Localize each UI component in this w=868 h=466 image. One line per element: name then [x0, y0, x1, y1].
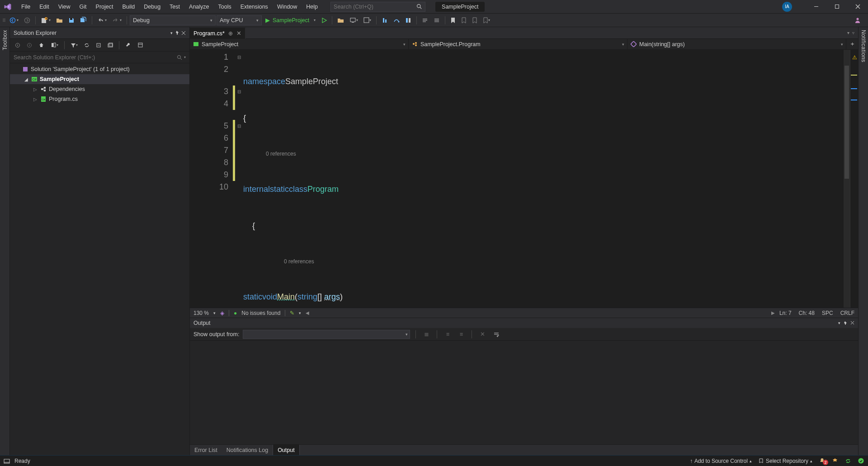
- window-minimize-button[interactable]: [806, 0, 826, 13]
- open-file-button[interactable]: [54, 15, 65, 25]
- bookmark-prev-button[interactable]: [459, 15, 469, 25]
- nav-forward-button[interactable]: [22, 15, 33, 25]
- solution-name-chip[interactable]: SampleProject: [435, 2, 485, 12]
- notifications-bell[interactable]: 2: [819, 457, 826, 464]
- comment-button[interactable]: [420, 15, 430, 25]
- start-debug-button[interactable]: ▶SampleProject▾: [263, 15, 318, 25]
- output-text-area[interactable]: [190, 341, 858, 444]
- menu-test[interactable]: Test: [165, 0, 184, 13]
- tab-overflow-icon[interactable]: ▾: [847, 30, 849, 35]
- window-close-button[interactable]: [847, 0, 868, 13]
- menu-window[interactable]: Window: [273, 0, 302, 13]
- zoom-level[interactable]: 130 %: [193, 310, 209, 316]
- code-content[interactable]: namespace SampleProject { 0 references i…: [243, 50, 850, 308]
- bottom-tab-notifications-log[interactable]: Notifications Log: [222, 445, 273, 455]
- user-avatar[interactable]: IA: [782, 2, 792, 12]
- scroll-right-icon[interactable]: ▶: [771, 310, 775, 315]
- bottom-tab-error-list[interactable]: Error List: [190, 445, 222, 455]
- menu-tools[interactable]: Tools: [214, 0, 236, 13]
- indent-mode[interactable]: SPC: [822, 310, 833, 316]
- nav-class-combo[interactable]: SampleProject.Program▾: [409, 39, 627, 49]
- pin-icon[interactable]: ⊕: [228, 30, 233, 37]
- output-find-button[interactable]: ≣: [421, 329, 431, 339]
- codelens-method[interactable]: 0 references: [284, 256, 314, 268]
- bookmark-next-button[interactable]: [470, 15, 480, 25]
- chevron-down-icon[interactable]: ▾: [213, 311, 216, 315]
- output-icon[interactable]: [4, 458, 10, 464]
- panel-close-icon[interactable]: [850, 321, 854, 325]
- menu-build[interactable]: Build: [118, 0, 139, 13]
- close-icon[interactable]: ✕: [236, 30, 241, 37]
- select-repository[interactable]: Select Repository ▴: [758, 458, 812, 464]
- document-tab-program[interactable]: Program.cs* ⊕ ✕: [190, 28, 245, 39]
- menu-analyze[interactable]: Analyze: [184, 0, 213, 13]
- toolbox-rail[interactable]: Toolbox: [0, 27, 10, 455]
- bottom-tab-output[interactable]: Output: [273, 445, 300, 455]
- expand-icon[interactable]: ▷: [33, 87, 38, 92]
- scroll-left-icon[interactable]: ◀: [306, 310, 309, 315]
- solution-config-combo[interactable]: Debug▾: [130, 15, 216, 25]
- chevron-down-icon[interactable]: ▾: [184, 55, 186, 59]
- output-prev-button[interactable]: ≡: [443, 329, 453, 339]
- eol-mode[interactable]: CRLF: [840, 310, 854, 316]
- solex-filter-button[interactable]: ▾: [68, 40, 80, 50]
- menu-git[interactable]: Git: [75, 0, 91, 13]
- nav-project-combo[interactable]: SampleProject▾: [190, 39, 409, 49]
- solex-sync-button[interactable]: [82, 40, 92, 50]
- new-item-button[interactable]: ✦▾: [38, 15, 53, 25]
- project-node[interactable]: ◢ C# SampleProject: [10, 74, 189, 84]
- tool-btn-1[interactable]: ▾: [361, 15, 373, 25]
- solex-properties-button[interactable]: [123, 40, 133, 50]
- light-bulb-icon[interactable]: ◈: [220, 310, 224, 316]
- step-out-icon[interactable]: [403, 15, 414, 25]
- nav-member-combo[interactable]: Main(string[] args)▾: [627, 39, 846, 49]
- bookmark-clear-button[interactable]: ▾: [481, 15, 492, 25]
- start-without-debug-button[interactable]: [319, 15, 329, 25]
- save-button[interactable]: [66, 15, 77, 25]
- global-search[interactable]: [330, 2, 425, 12]
- menu-project[interactable]: Project: [91, 0, 118, 13]
- menu-debug[interactable]: Debug: [139, 0, 165, 13]
- menu-file[interactable]: File: [17, 0, 35, 13]
- menu-extensions[interactable]: Extensions: [236, 0, 273, 13]
- file-node-program[interactable]: ▷ C# Program.cs: [10, 94, 189, 104]
- global-search-input[interactable]: [334, 4, 416, 10]
- step-into-icon[interactable]: [379, 15, 390, 25]
- output-next-button[interactable]: ≡: [456, 329, 466, 339]
- solex-forward-button[interactable]: [24, 40, 34, 50]
- solex-showall-button[interactable]: [105, 40, 115, 50]
- codelens-class[interactable]: 0 references: [266, 148, 296, 160]
- sync-icon[interactable]: [845, 458, 851, 464]
- cursor-col[interactable]: Ch: 48: [799, 310, 815, 316]
- expand-icon[interactable]: ▷: [33, 97, 38, 102]
- undo-button[interactable]: ▾: [95, 15, 109, 25]
- solution-platform-combo[interactable]: Any CPU▾: [217, 15, 262, 25]
- menu-view[interactable]: View: [54, 0, 75, 13]
- preview-button[interactable]: ▾: [347, 15, 360, 25]
- feedback-icon[interactable]: [832, 457, 839, 464]
- solex-back-button[interactable]: [13, 40, 23, 50]
- issues-label[interactable]: No issues found: [241, 310, 280, 316]
- output-wrap-button[interactable]: [491, 329, 502, 339]
- panel-dropdown-icon[interactable]: ▾: [170, 31, 173, 35]
- solex-home-button[interactable]: [36, 40, 47, 50]
- fold-gutter[interactable]: ⊟⊟⊟: [235, 50, 243, 308]
- editor-vertical-scrollbar[interactable]: [844, 50, 850, 308]
- browse-button[interactable]: [335, 15, 346, 25]
- step-over-icon[interactable]: [391, 15, 402, 25]
- overview-ruler[interactable]: ⚠: [850, 50, 858, 308]
- solex-preview-button[interactable]: [135, 40, 146, 50]
- solex-switch-view-button[interactable]: ▾: [48, 40, 61, 50]
- live-share-button[interactable]: [852, 15, 863, 25]
- collapse-icon[interactable]: ◢: [24, 77, 29, 82]
- uncomment-button[interactable]: [431, 15, 442, 25]
- solution-explorer-search-input[interactable]: [14, 54, 177, 61]
- solex-collapse-button[interactable]: [94, 40, 104, 50]
- notifications-rail[interactable]: Notifications: [858, 27, 868, 455]
- redo-button[interactable]: ▾: [110, 15, 124, 25]
- panel-close-icon[interactable]: [181, 31, 186, 35]
- tab-more-icon[interactable]: ▿: [852, 30, 854, 35]
- brush-icon[interactable]: ✎: [290, 310, 294, 316]
- nav-back-button[interactable]: ▾: [7, 15, 21, 25]
- dependencies-node[interactable]: ▷ Dependencies: [10, 84, 189, 94]
